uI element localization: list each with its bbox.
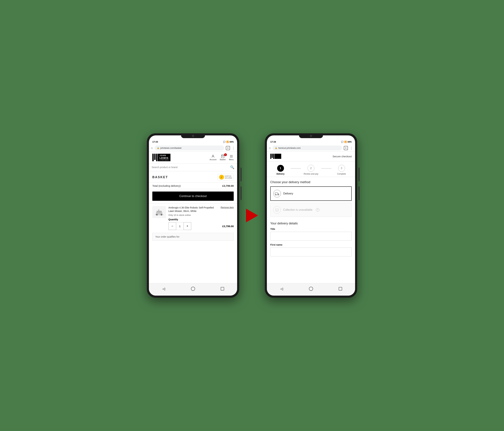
- step-2-circle: 2: [307, 165, 315, 172]
- title-field-label: Title: [270, 228, 352, 230]
- delivery-van-icon: [273, 190, 281, 197]
- side-button-r2: [359, 187, 360, 200]
- step-connector-1: [291, 168, 301, 169]
- account-button[interactable]: Account: [210, 154, 216, 160]
- lock-icon-r: 🔒: [275, 147, 277, 149]
- basket-button[interactable]: 1 Basket: [220, 154, 226, 160]
- side-button: [241, 168, 242, 181]
- firstname-input[interactable]: [270, 247, 352, 256]
- logo-bar-s1: [270, 154, 271, 159]
- recent-apps-button-r[interactable]: [337, 285, 344, 292]
- time-display-right: 17:34: [270, 141, 276, 143]
- collection-option: Collection is unavailable ?: [270, 203, 352, 217]
- checkout-button[interactable]: Continue to checkout: [152, 192, 234, 201]
- menu-label: Menu: [229, 159, 234, 160]
- quantity-increase-button[interactable]: +: [184, 222, 191, 230]
- product-details: Ambrogio 4.36 Elite Robotic Self-Propell…: [168, 206, 234, 230]
- firstname-field-group: First name: [267, 244, 355, 259]
- svg-point-10: [156, 214, 157, 215]
- recent-apps-icon: [221, 287, 224, 290]
- home-icon-r[interactable]: ⌂: [269, 146, 271, 150]
- secure-checkout-label: Secure checkout: [333, 155, 352, 158]
- address-bar[interactable]: ⌂ 🔒 johnlewis.com/basket 5 ⋮: [149, 144, 237, 152]
- delivery-details-heading: Your delivery details: [267, 219, 355, 228]
- signal-icon-r: 📶: [344, 141, 347, 143]
- step-1-circle: 1: [277, 165, 284, 172]
- logo-bar-2: [154, 154, 156, 160]
- logo-bar-s2: [272, 154, 273, 158]
- menu-button[interactable]: Menu: [229, 154, 234, 160]
- svg-rect-13: [275, 193, 278, 195]
- norton-badge: ✓ NORTONSECURED: [218, 174, 234, 180]
- logo-bars-small: [270, 154, 274, 159]
- tab-count[interactable]: 5: [226, 146, 230, 150]
- arrow-container: [246, 209, 258, 222]
- home-button[interactable]: [189, 285, 197, 292]
- url-box[interactable]: 🔒 johnlewis.com/basket: [154, 145, 224, 150]
- step-review: 2 Review and pay: [301, 165, 321, 175]
- back-button[interactable]: ◁: [160, 285, 167, 292]
- step-3-number: 3: [341, 167, 342, 170]
- step-3-circle: 3: [338, 165, 345, 172]
- status-icons-right: 💬 📶 84%: [341, 141, 352, 143]
- whatsapp-icon-r: 💬: [341, 141, 344, 143]
- help-icon[interactable]: ?: [316, 208, 319, 212]
- step-delivery: 1 Delivery: [270, 165, 291, 175]
- more-menu-icon[interactable]: ⋮: [232, 146, 235, 150]
- recent-apps-icon-r: [339, 287, 342, 290]
- product-image: [152, 206, 166, 218]
- svg-rect-17: [277, 210, 278, 211]
- signal-icon: 📶: [226, 141, 229, 143]
- more-menu-icon-r[interactable]: ⋮: [350, 146, 353, 150]
- delivery-method-heading: Choose your delivery method: [267, 177, 355, 187]
- svg-point-11: [161, 214, 162, 215]
- phone-notch-2: [299, 133, 323, 138]
- left-phone-screen: 17:33 💬 📶 84% ⌂ 🔒 johnlewis.com/basket 5…: [149, 135, 237, 296]
- basket-title-row: BASKET ✓ NORTONSECURED: [149, 171, 237, 182]
- left-phone: 17:33 💬 📶 84% ⌂ 🔒 johnlewis.com/basket 5…: [147, 133, 239, 298]
- product-name: Ambrogio 4.36 Elite Robotic Self-Propell…: [168, 206, 219, 213]
- battery-text: 84%: [230, 141, 234, 143]
- remove-item-button[interactable]: Remove item: [221, 206, 234, 209]
- battery-text-r: 84%: [348, 141, 352, 143]
- step-1-label: Delivery: [277, 173, 285, 175]
- title-input[interactable]: [270, 232, 352, 241]
- quantity-row: − 1 + £3,799.00: [168, 222, 234, 230]
- home-icon[interactable]: ⌂: [151, 146, 153, 150]
- search-bar[interactable]: 🔍: [149, 163, 237, 171]
- back-icon-r: ◁: [280, 287, 283, 291]
- basket-label: Basket: [220, 159, 226, 160]
- step-3-label: Complete: [337, 173, 346, 175]
- url-box-right[interactable]: 🔒 heckout.johnlewis.com: [272, 145, 342, 150]
- collection-option-label: Collection is unavailable: [283, 208, 313, 211]
- home-button-r[interactable]: [307, 285, 315, 292]
- svg-point-15: [278, 195, 279, 195]
- quantity-decrease-button[interactable]: −: [169, 222, 176, 230]
- quantity-label: Quantity: [168, 218, 234, 221]
- lawn-mower-illustration: [154, 208, 164, 216]
- back-button-r[interactable]: ◁: [278, 285, 285, 292]
- address-bar-right[interactable]: ⌂ 🔒 heckout.johnlewis.com 5 ⋮: [267, 144, 355, 152]
- delivery-option-delivery[interactable]: Delivery: [270, 187, 352, 201]
- bottom-nav: ◁: [149, 283, 237, 296]
- back-icon: ◁: [162, 287, 165, 291]
- camera: [192, 135, 194, 137]
- product-row: Ambrogio 4.36 Elite Robotic Self-Propell…: [149, 203, 237, 233]
- store-icon: [273, 206, 281, 214]
- logo-bars: [152, 154, 157, 161]
- svg-point-14: [275, 195, 276, 195]
- svg-rect-12: [159, 209, 159, 211]
- side-button-r: [359, 168, 360, 181]
- right-phone: 17:34 💬 📶 84% ⌂ 🔒 heckout.johnlewis.com …: [265, 133, 357, 298]
- status-icons: 💬 📶 84%: [223, 141, 234, 143]
- url-text: johnlewis.com/basket: [160, 147, 181, 149]
- step-2-label: Review and pay: [304, 173, 318, 175]
- recent-apps-button[interactable]: [219, 285, 226, 292]
- norton-text: NORTONSECURED: [225, 175, 232, 179]
- search-icon[interactable]: 🔍: [230, 165, 234, 169]
- search-input[interactable]: [152, 166, 228, 169]
- basket-icon: [221, 154, 225, 158]
- tab-count-right[interactable]: 5: [344, 146, 348, 150]
- firstname-field-label: First name: [270, 244, 352, 246]
- url-text-right: heckout.johnlewis.com: [278, 147, 301, 149]
